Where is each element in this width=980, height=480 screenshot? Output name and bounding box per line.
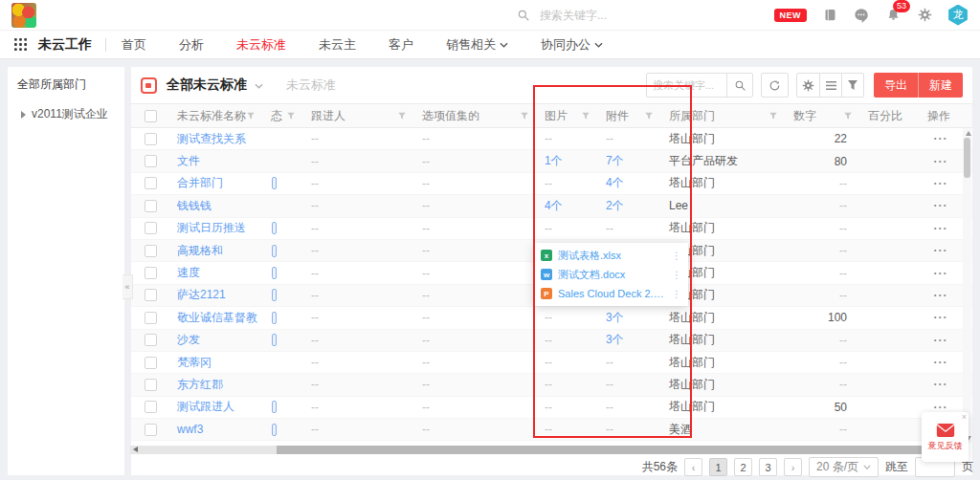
record-name-link[interactable]: 东方红郡 — [177, 377, 223, 393]
row-checkbox[interactable] — [145, 245, 157, 257]
vscroll-up-arrow-icon[interactable] — [966, 131, 971, 136]
global-search[interactable] — [515, 0, 664, 31]
hscroll-left-arrow-icon[interactable] — [133, 447, 138, 452]
nav-item-home[interactable]: 首页 — [122, 36, 146, 54]
nav-item-weiyun-main[interactable]: 未云主 — [319, 36, 356, 54]
table-row[interactable]: 敬业诚信基督教------3个塔山部门100··· — [131, 307, 972, 329]
row-checkbox[interactable] — [145, 334, 157, 346]
column-filter-icon[interactable] — [286, 111, 296, 120]
company-logo[interactable] — [11, 3, 36, 28]
user-avatar[interactable]: 龙 — [947, 5, 969, 26]
table-row[interactable]: 沙发------3个塔山部门--··· — [131, 330, 972, 352]
list-search-button[interactable] — [726, 74, 752, 97]
messages-icon[interactable] — [853, 7, 870, 24]
row-checkbox[interactable] — [145, 155, 157, 167]
row-checkbox[interactable] — [145, 177, 157, 189]
column-filter-icon[interactable] — [246, 111, 256, 120]
column-filter-icon[interactable] — [768, 111, 778, 120]
prev-page-button[interactable]: ‹ — [684, 458, 702, 476]
attachment-item[interactable]: PSales Cloud Deck 2.13 with s...⋮ — [534, 284, 688, 303]
filter-funnel-icon[interactable] — [841, 74, 863, 97]
export-button[interactable]: 导出 — [874, 73, 918, 98]
record-name-link[interactable]: 测试跟进人 — [177, 399, 234, 415]
row-checkbox[interactable] — [145, 222, 157, 234]
journal-icon[interactable] — [821, 7, 838, 24]
page-button-1[interactable]: 1 — [709, 458, 727, 476]
row-actions-button[interactable]: ··· — [934, 378, 948, 391]
row-actions-button[interactable]: ··· — [934, 222, 948, 235]
notifications-bell-icon[interactable]: 53 — [884, 7, 902, 24]
sidebar-collapse-handle[interactable]: « — [122, 274, 133, 299]
row-density-icon[interactable] — [819, 74, 841, 97]
row-checkbox[interactable] — [145, 379, 157, 391]
attachments-count-link[interactable]: 7个 — [606, 153, 624, 169]
record-name-link[interactable]: 文件 — [177, 153, 200, 169]
attachments-count-link[interactable]: 3个 — [606, 310, 624, 326]
record-name-link[interactable]: 沙发 — [177, 332, 200, 348]
record-name-link[interactable]: wwf3 — [177, 423, 203, 436]
nav-item-analysis[interactable]: 分析 — [179, 36, 204, 54]
tree-expand-arrow-icon[interactable] — [21, 111, 26, 119]
row-actions-button[interactable]: ··· — [934, 311, 948, 324]
record-name-link[interactable]: 梵蒂冈 — [177, 355, 212, 371]
row-actions-button[interactable]: ··· — [934, 199, 948, 212]
view-title-chevron-icon[interactable] — [255, 78, 263, 92]
row-actions-button[interactable]: ··· — [934, 334, 948, 347]
row-actions-button[interactable]: ··· — [934, 177, 948, 190]
record-name-link[interactable]: 合并部门 — [177, 175, 223, 191]
table-row[interactable]: 东方红郡--------塔山部门--··· — [131, 374, 972, 396]
settings-gear-icon[interactable] — [916, 7, 933, 24]
page-button-3[interactable]: 3 — [759, 458, 777, 476]
attachment-item[interactable]: w测试文档.docx⋮ — [534, 265, 688, 284]
app-grid-icon[interactable] — [11, 36, 29, 54]
nav-item-customer[interactable]: 客户 — [389, 36, 413, 54]
attachment-more-icon[interactable]: ⋮ — [672, 270, 681, 280]
attachments-count-link[interactable]: 4个 — [606, 175, 624, 191]
row-actions-button[interactable]: ··· — [934, 356, 948, 369]
next-page-button[interactable]: › — [784, 458, 802, 476]
attachment-name-link[interactable]: 测试文档.docx — [558, 268, 666, 282]
table-row[interactable]: 合并部门------4个塔山部门--··· — [131, 173, 972, 195]
column-settings-gear-icon[interactable] — [797, 74, 819, 97]
record-name-link[interactable]: 测试日历推送 — [177, 220, 246, 236]
attachment-name-link[interactable]: 测试表格.xlsx — [558, 249, 666, 263]
nav-item-weiyun-standard[interactable]: 未云标准 — [236, 36, 286, 54]
record-name-link[interactable]: 速度 — [177, 265, 200, 281]
table-row[interactable]: 测试查找关系--------塔山部门22··· — [131, 128, 972, 150]
nav-item-collaboration[interactable]: 协同办公 — [541, 36, 603, 54]
column-filter-icon[interactable] — [644, 111, 654, 120]
list-search-input[interactable] — [647, 79, 726, 91]
row-actions-button[interactable]: ··· — [934, 289, 948, 302]
create-button[interactable]: 新建 — [918, 73, 963, 98]
table-row[interactable]: 测试日历推送--------塔山部门--··· — [131, 218, 972, 240]
record-name-link[interactable]: 敬业诚信基督教 — [177, 310, 257, 326]
sidebar-title[interactable]: 全部所属部门 — [17, 76, 115, 93]
sidebar-tree-item-v2011[interactable]: v2011测试企业 — [17, 106, 115, 122]
row-actions-button[interactable]: ··· — [934, 267, 948, 280]
table-row[interactable]: 测试跟进人--------塔山部门50··· — [131, 397, 972, 419]
global-search-input[interactable] — [540, 9, 664, 22]
attachments-count-link[interactable]: 3个 — [606, 332, 624, 348]
vscroll-thumb[interactable] — [964, 138, 970, 178]
row-checkbox[interactable] — [145, 312, 157, 324]
attachments-count-link[interactable]: 2个 — [606, 198, 624, 214]
row-actions-button[interactable]: ··· — [934, 155, 948, 168]
view-title[interactable]: 全部未云标准 — [167, 76, 247, 94]
table-row[interactable]: 文件----1个7个平台产品研发80··· — [131, 150, 972, 172]
select-all-checkbox[interactable] — [145, 110, 157, 122]
images-count-link[interactable]: 4个 — [545, 198, 563, 214]
row-checkbox[interactable] — [145, 267, 157, 279]
table-row[interactable]: 梵蒂冈--------塔山部门--··· — [131, 352, 972, 374]
row-checkbox[interactable] — [145, 133, 157, 145]
column-filter-icon[interactable] — [843, 111, 853, 120]
table-row[interactable]: 钱钱钱----4个2个Lee--··· — [131, 195, 972, 217]
row-checkbox[interactable] — [145, 401, 157, 413]
row-actions-button[interactable]: ··· — [934, 244, 948, 257]
record-name-link[interactable]: 萨达2121 — [177, 287, 226, 303]
new-badge[interactable]: NEW — [774, 9, 808, 22]
refresh-button[interactable] — [761, 73, 789, 98]
page-button-2[interactable]: 2 — [734, 458, 752, 476]
row-checkbox[interactable] — [145, 289, 157, 301]
attachment-item[interactable]: x测试表格.xlsx⋮ — [534, 246, 688, 265]
nav-item-sales-related[interactable]: 销售相关 — [446, 36, 508, 54]
